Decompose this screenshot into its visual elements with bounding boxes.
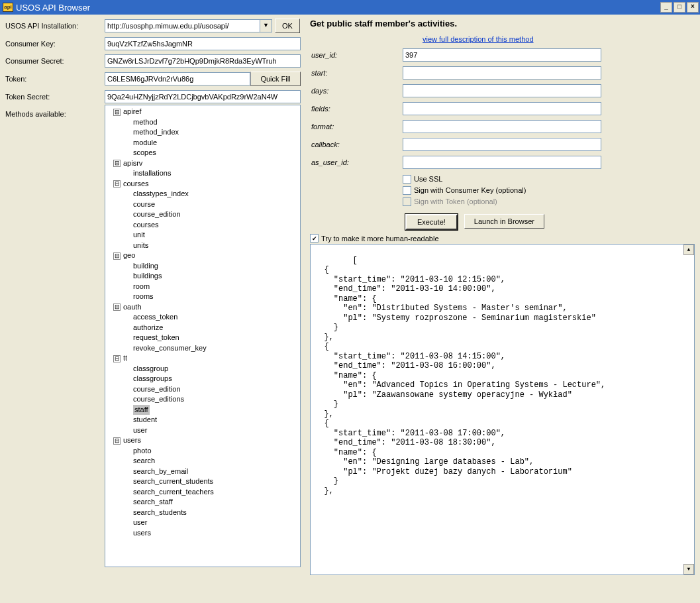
consumer-key-label: Consumer Key: [5, 40, 105, 48]
sign-token-label: Sign with Token (optional) [414, 196, 497, 207]
tree-method[interactable]: classtypes_index [133, 190, 189, 197]
param-input[interactable] [403, 66, 601, 80]
tree-method[interactable]: user [133, 426, 147, 434]
minimize-button[interactable]: _ [660, 2, 672, 13]
tree-category[interactable]: oauth [123, 303, 142, 311]
human-readable-checkbox[interactable] [310, 234, 319, 243]
app-icon: api [3, 3, 13, 12]
tree-method[interactable]: user [133, 518, 147, 526]
execute-button[interactable]: Execute! [405, 214, 458, 230]
tree-method[interactable]: request_token [133, 333, 179, 341]
tree-category[interactable]: apisrv [123, 159, 142, 167]
tree-method[interactable]: photo [133, 447, 152, 455]
description-link[interactable]: view full description of this method [423, 35, 534, 43]
param-label: as_user_id: [310, 158, 403, 166]
token-input[interactable] [105, 72, 250, 85]
expand-icon[interactable]: ⊟ [113, 109, 121, 116]
expand-icon[interactable]: ⊟ [113, 252, 121, 260]
param-input[interactable] [403, 156, 601, 169]
consumer-secret-input[interactable] [105, 54, 301, 68]
tree-method[interactable]: course_edition [133, 385, 181, 393]
token-secret-input[interactable] [105, 90, 301, 103]
tree-category[interactable]: tt [123, 354, 127, 362]
expand-icon[interactable]: ⊟ [113, 437, 121, 445]
titlebar: api USOS API Browser _ □ × [0, 0, 700, 15]
tree-method[interactable]: scopes [133, 148, 156, 156]
methods-label: Methods available: [5, 110, 105, 118]
tree-method[interactable]: courses [133, 221, 159, 229]
quick-fill-button[interactable]: Quick Fill [250, 72, 301, 86]
sign-consumer-checkbox[interactable] [403, 186, 411, 195]
param-input[interactable] [403, 138, 601, 151]
param-row: start: [310, 66, 695, 80]
expand-icon[interactable]: ⊟ [113, 355, 121, 362]
sign-token-checkbox [403, 197, 411, 206]
tree-method[interactable]: method [133, 118, 158, 126]
output-box[interactable]: [ { "start_time": "2011-03-10 12:15:00",… [310, 244, 695, 575]
install-dropdown-button[interactable]: ▼ [260, 19, 272, 32]
ok-button[interactable]: OK [275, 19, 300, 33]
param-row: user_id: [310, 48, 695, 62]
tree-method[interactable]: building [133, 262, 158, 270]
param-label: callback: [310, 140, 403, 148]
tree-method[interactable]: course_edition [133, 210, 181, 218]
output-text: [ { "start_time": "2011-03-10 12:15:00",… [315, 256, 605, 496]
expand-icon[interactable]: ⊟ [113, 180, 121, 188]
param-row: format: [310, 120, 695, 133]
tree-method[interactable]: unit [133, 231, 145, 239]
tree-method[interactable]: search_current_teachers [133, 488, 214, 496]
tree-category[interactable]: geo [123, 251, 135, 259]
tree-method[interactable]: classgroup [133, 364, 168, 372]
expand-icon[interactable]: ⊟ [113, 160, 121, 167]
param-row: callback: [310, 138, 695, 151]
tree-method[interactable]: users [133, 529, 151, 537]
param-input[interactable] [403, 84, 601, 97]
tree-method[interactable]: classgroups [133, 374, 172, 382]
tree-method[interactable]: authorize [133, 323, 163, 331]
tree-method[interactable]: search_students [133, 508, 187, 516]
scroll-up-button[interactable]: ▲ [683, 245, 694, 255]
expand-icon[interactable]: ⊟ [113, 303, 121, 311]
tree-method[interactable]: course_editions [133, 395, 184, 403]
param-label: fields: [310, 105, 403, 113]
tree-category[interactable]: courses [123, 180, 149, 188]
tree-method[interactable]: buildings [133, 272, 162, 280]
tree-method[interactable]: module [133, 138, 157, 146]
tree-method[interactable]: course [133, 200, 155, 208]
param-label: days: [310, 87, 403, 95]
tree-method[interactable]: method_index [133, 128, 179, 136]
use-ssl-checkbox[interactable] [403, 175, 411, 184]
param-row: fields: [310, 102, 695, 115]
tree-method[interactable]: student [133, 415, 157, 423]
human-readable-label: Try to make it more human-readable [321, 235, 439, 243]
install-label: USOS API Installation: [5, 22, 105, 30]
tree-method[interactable]: rooms [133, 292, 154, 300]
tree-method[interactable]: room [133, 282, 150, 290]
tree-method[interactable]: access_token [133, 313, 177, 321]
consumer-key-input[interactable] [105, 37, 301, 50]
launch-browser-button[interactable]: Launch in Browser [464, 214, 544, 229]
tree-method[interactable]: search_by_email [133, 467, 188, 475]
param-label: start: [310, 69, 403, 77]
maximize-button[interactable]: □ [674, 2, 685, 13]
tree-method[interactable]: staff [133, 405, 150, 415]
tree-category[interactable]: apiref [123, 107, 142, 115]
tree-method[interactable]: search_staff [133, 498, 173, 506]
param-input[interactable] [403, 102, 601, 115]
param-row: days: [310, 84, 695, 97]
options-block: Use SSL Sign with Consumer Key (optional… [403, 174, 695, 207]
methods-tree[interactable]: ⊟apirefmethodmethod_indexmodulescopes⊟ap… [105, 105, 301, 567]
scroll-down-button[interactable]: ▼ [683, 564, 694, 575]
tree-method[interactable]: search [133, 457, 155, 465]
tree-category[interactable]: users [123, 436, 141, 444]
tree-method[interactable]: units [133, 241, 148, 249]
sign-consumer-label: Sign with Consumer Key (optional) [414, 185, 526, 196]
param-input[interactable] [403, 48, 601, 62]
close-button[interactable]: × [687, 2, 699, 13]
tree-method[interactable]: installations [133, 169, 171, 177]
tree-method[interactable]: revoke_consumer_key [133, 344, 207, 352]
token-label: Token: [5, 75, 105, 83]
param-input[interactable] [403, 120, 601, 133]
tree-method[interactable]: search_current_students [133, 477, 213, 485]
install-input[interactable] [105, 19, 260, 32]
